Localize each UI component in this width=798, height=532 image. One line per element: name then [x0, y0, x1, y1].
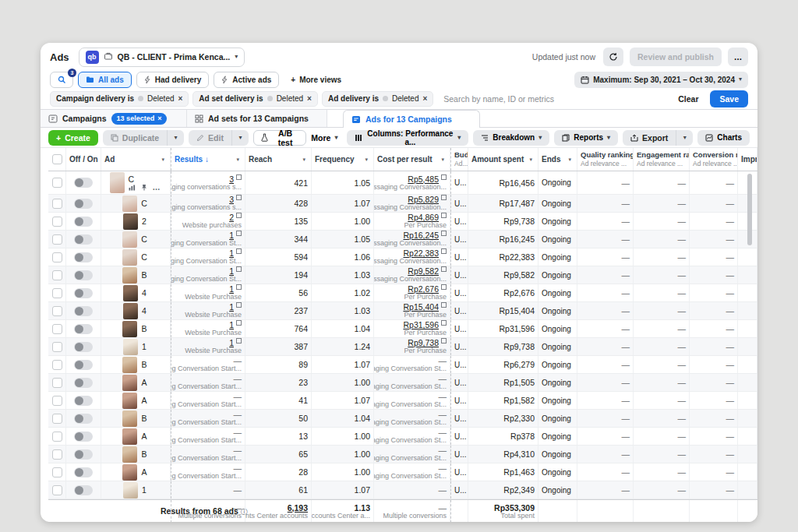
- row-checkbox[interactable]: [52, 414, 62, 424]
- columns-button[interactable]: Columns: Performance a... ▾: [347, 130, 468, 146]
- filter-chip-ad-delivery[interactable]: Ad delivery is Deleted ×: [322, 91, 433, 107]
- off-on-toggle[interactable]: [74, 342, 93, 352]
- col-frequency[interactable]: Frequency▾: [312, 148, 374, 171]
- off-on-toggle[interactable]: [74, 396, 93, 406]
- off-on-toggle[interactable]: [74, 324, 93, 334]
- reports-button[interactable]: Reports ▾: [554, 130, 618, 146]
- row-checkbox[interactable]: [52, 199, 62, 209]
- select-all-checkbox[interactable]: [52, 154, 62, 164]
- ad-name[interactable]: 1: [142, 342, 147, 351]
- date-range-selector[interactable]: Maximum: Sep 30, 2021 – Oct 30, 2024 ▾: [574, 72, 748, 88]
- save-filter-button[interactable]: Save: [710, 90, 748, 107]
- ad-name[interactable]: C: [141, 199, 147, 208]
- row-checkbox[interactable]: [52, 378, 62, 388]
- ad-name[interactable]: B: [141, 324, 147, 333]
- ad-name[interactable]: B: [141, 449, 147, 459]
- ad-name[interactable]: A: [141, 396, 147, 405]
- row-checkbox[interactable]: [52, 467, 62, 477]
- col-conversion-rate-ranking[interactable]: Conversion rate ranking▾Ad relevance ...: [690, 148, 738, 171]
- col-ends[interactable]: Ends▾: [538, 148, 577, 171]
- off-on-toggle[interactable]: [74, 414, 93, 424]
- row-checkbox[interactable]: [52, 342, 62, 352]
- off-on-toggle[interactable]: [74, 449, 93, 460]
- off-on-toggle[interactable]: [74, 252, 93, 262]
- off-on-toggle[interactable]: [74, 234, 93, 245]
- ad-name[interactable]: 1: [142, 485, 147, 495]
- chevron-down-icon[interactable]: ▾: [235, 54, 238, 60]
- ad-name[interactable]: 4: [142, 288, 147, 298]
- off-on-toggle[interactable]: [74, 270, 93, 280]
- row-checkbox[interactable]: [52, 252, 62, 262]
- off-on-toggle[interactable]: [74, 306, 93, 316]
- col-budget[interactable]: BudAd...: [450, 148, 468, 171]
- ad-cell[interactable]: A: [101, 463, 171, 481]
- row-checkbox[interactable]: [52, 288, 62, 298]
- review-and-publish-button[interactable]: Review and publish: [630, 48, 722, 66]
- view-charts-icon[interactable]: [129, 185, 136, 191]
- chevron-down-icon[interactable]: ▾: [441, 157, 447, 163]
- ad-cell[interactable]: C…: [101, 171, 171, 194]
- ad-thumbnail[interactable]: [122, 231, 137, 248]
- ad-cell[interactable]: A: [101, 374, 171, 391]
- ad-cell[interactable]: B: [101, 266, 171, 284]
- view-had-delivery[interactable]: Had delivery: [136, 72, 209, 88]
- ad-thumbnail[interactable]: [122, 321, 137, 337]
- ad-thumbnail[interactable]: [122, 196, 137, 212]
- breakdown-button[interactable]: Breakdown ▾: [473, 130, 549, 146]
- more-button[interactable]: More ▾: [311, 130, 337, 146]
- ad-thumbnail[interactable]: [123, 213, 138, 230]
- ad-cell[interactable]: B: [101, 320, 171, 337]
- chevron-down-icon[interactable]: ▾: [365, 157, 370, 163]
- off-on-toggle[interactable]: [74, 217, 93, 227]
- ad-cell[interactable]: B: [101, 410, 171, 427]
- ad-thumbnail[interactable]: [122, 357, 137, 373]
- row-checkbox[interactable]: [52, 432, 62, 442]
- tab-ad-sets[interactable]: Ad sets for 13 Campaigns: [187, 110, 327, 127]
- off-on-toggle[interactable]: [74, 378, 93, 388]
- col-amount-spent[interactable]: Amount spent▾: [468, 148, 538, 171]
- ad-cell[interactable]: 1: [101, 338, 171, 355]
- search-input[interactable]: [437, 94, 674, 104]
- ad-cell[interactable]: 1: [101, 481, 171, 499]
- off-on-toggle[interactable]: [74, 288, 93, 298]
- ad-name[interactable]: C: [141, 234, 147, 244]
- clear-filters-button[interactable]: Clear: [678, 94, 698, 104]
- col-reach[interactable]: Reach▾: [245, 148, 312, 171]
- ad-thumbnail[interactable]: [123, 285, 138, 301]
- refresh-button[interactable]: [603, 48, 623, 66]
- ad-thumbnail[interactable]: [122, 446, 137, 463]
- ad-thumbnail[interactable]: [110, 172, 125, 193]
- chevron-down-icon[interactable]: ▾: [529, 157, 535, 163]
- edit-dropdown[interactable]: ▾: [231, 130, 249, 146]
- col-engagement-rate-ranking[interactable]: Engagement rate ranking▾Ad relevance ...: [634, 148, 690, 171]
- ad-cell[interactable]: C: [101, 195, 171, 212]
- row-checkbox[interactable]: [52, 234, 62, 245]
- ad-name[interactable]: B: [141, 360, 147, 369]
- ad-thumbnail[interactable]: [123, 482, 138, 499]
- ad-name[interactable]: C: [141, 252, 147, 262]
- close-icon[interactable]: ×: [307, 94, 312, 103]
- row-checkbox[interactable]: [52, 178, 62, 188]
- ad-thumbnail[interactable]: [122, 428, 137, 445]
- chevron-down-icon[interactable]: ▾: [568, 157, 574, 163]
- ad-cell[interactable]: B: [101, 446, 171, 463]
- row-checkbox[interactable]: [52, 217, 62, 227]
- close-icon[interactable]: ×: [157, 115, 161, 122]
- off-on-toggle[interactable]: [74, 360, 93, 370]
- more-views-button[interactable]: + More views: [284, 72, 348, 88]
- pin-icon[interactable]: [141, 184, 147, 191]
- off-on-toggle[interactable]: [74, 199, 93, 209]
- row-checkbox[interactable]: [52, 396, 62, 406]
- create-button[interactable]: + Create: [48, 130, 98, 146]
- col-results[interactable]: Results ↓▾: [171, 148, 245, 171]
- ad-cell[interactable]: 4: [101, 302, 171, 319]
- ab-test-button[interactable]: A/B test: [253, 130, 306, 146]
- view-active-ads[interactable]: Active ads: [214, 72, 279, 88]
- row-checkbox[interactable]: [52, 270, 62, 280]
- charts-button[interactable]: Charts: [697, 130, 750, 146]
- col-quality-ranking[interactable]: Quality ranking▾Ad relevance ...: [577, 148, 634, 171]
- row-checkbox[interactable]: [52, 306, 62, 316]
- ad-thumbnail[interactable]: [122, 249, 137, 266]
- duplicate-button[interactable]: Duplicate: [103, 130, 167, 146]
- ad-cell[interactable]: A: [101, 392, 171, 409]
